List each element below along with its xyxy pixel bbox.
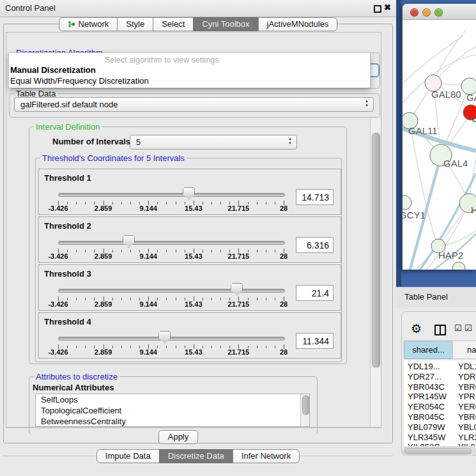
column-header-shared[interactable]: shared... <box>404 341 453 359</box>
slider-tick <box>203 202 203 204</box>
tab-cyni-toolbox[interactable]: Cyni Toolbox <box>193 17 258 31</box>
slider-tick <box>275 250 275 252</box>
slider-tick <box>266 250 266 252</box>
slider-tick <box>176 250 176 252</box>
checkbox-icon[interactable]: ☑ <box>464 323 472 333</box>
slider-track[interactable] <box>58 193 285 197</box>
cell-name: YER0 <box>458 402 476 411</box>
close-icon[interactable]: ✖ <box>384 3 391 12</box>
tab-label: Network <box>79 18 109 31</box>
slider-tick <box>130 202 131 204</box>
top-tab-bar: NetworkStyleSelectCyni ToolboxjActiveMNo… <box>0 17 396 31</box>
tick-label: 9.144 <box>139 204 157 212</box>
main-scrollbar-thumb[interactable] <box>372 133 380 367</box>
attributes-list-scrollbar[interactable] <box>300 394 309 426</box>
zoom-traffic-light-icon[interactable] <box>434 8 443 17</box>
slider-tick <box>76 346 77 348</box>
tab-label: Infer Network <box>242 450 291 463</box>
network-window-titlebar[interactable] <box>403 4 476 20</box>
node-label: GAL80 <box>431 89 461 100</box>
slider-track[interactable] <box>58 337 285 341</box>
slider-tick <box>121 202 122 204</box>
slider-tick <box>176 202 176 204</box>
combo-arrows-icon: ▲▼ <box>365 99 369 108</box>
table-row[interactable]: YER054CYER0 <box>404 402 476 412</box>
apply-button[interactable]: Apply <box>158 430 198 444</box>
slider-tick <box>203 250 203 252</box>
slider-thumb[interactable] <box>123 235 135 248</box>
control-panel-titlebar[interactable] <box>0 0 396 17</box>
tab-label: Style <box>126 18 144 31</box>
table-row[interactable]: YLR345WYLR3 <box>404 433 476 443</box>
network-canvas[interactable]: GAL80GACGAL11GAL4GCY1HHAP2 <box>403 20 476 270</box>
tick-label: -3.426 <box>48 252 68 260</box>
table-row[interactable]: YBL079WYBL0 <box>404 422 476 433</box>
table-data-combobox[interactable]: galFiltered.sif default node ▲▼ <box>14 97 374 112</box>
list-item[interactable]: TopologicalCoefficient <box>36 405 309 416</box>
slider-tick <box>266 346 266 348</box>
checkbox-icon[interactable]: ☑ <box>454 323 462 333</box>
slider-tick <box>130 298 131 300</box>
threshold-label: Threshold 2 <box>44 221 91 231</box>
tick-label: -3.426 <box>48 204 68 212</box>
table-row[interactable]: YBR043CYBR0 <box>404 382 476 392</box>
slider-tick <box>166 298 167 300</box>
table-row[interactable]: YDR27...YDR2 <box>404 372 476 382</box>
network-node[interactable] <box>452 262 465 270</box>
table-row[interactable]: YBR045CYBR0 <box>404 412 476 422</box>
threshold-value-field[interactable]: 14.713 <box>296 189 334 205</box>
tick-label: -3.426 <box>48 300 68 308</box>
table-row[interactable]: YDL19...YDL1 <box>404 362 476 372</box>
cell-name: YBR0 <box>458 382 476 392</box>
network-window[interactable]: GAL80GACGAL11GAL4GCY1HHAP2 <box>403 4 476 270</box>
column-split-icon[interactable] <box>434 325 446 335</box>
close-traffic-light-icon[interactable] <box>410 8 418 17</box>
cell-shared-name: YER054C <box>408 402 445 411</box>
attributes-scrollbar-thumb[interactable] <box>302 395 310 415</box>
gear-icon[interactable]: ⚙ <box>411 321 422 336</box>
tab-style[interactable]: Style <box>117 17 153 31</box>
table-row[interactable]: YIL052CYIL0 <box>404 442 476 446</box>
slider-thumb[interactable] <box>231 283 243 296</box>
slider-tick <box>220 250 221 252</box>
cell-name: YLR3 <box>458 433 476 442</box>
table-row[interactable]: YPR145WYPR1 <box>404 392 476 402</box>
table-scrollbar-thumb[interactable] <box>404 448 472 454</box>
slider-tick <box>176 346 176 348</box>
numerical-attributes-list[interactable]: SelfLoopsTopologicalCoefficientBetweenne… <box>35 394 310 427</box>
slider-tick <box>257 298 257 300</box>
network-node[interactable] <box>403 196 411 210</box>
threshold-value-field[interactable]: 11.344 <box>296 333 334 349</box>
table-horizontal-scrollbar[interactable] <box>403 447 475 456</box>
slider-track[interactable] <box>58 289 285 293</box>
list-item[interactable]: BetweennessCentrality <box>36 416 309 427</box>
table-panel-title: Table Panel <box>404 292 448 302</box>
cell-shared-name: YIL052C <box>408 442 440 446</box>
tick-label: 9.144 <box>139 300 157 308</box>
slider-thumb[interactable] <box>183 187 195 200</box>
tab-infer-network[interactable]: Infer Network <box>233 449 300 463</box>
main-scrollbar[interactable] <box>370 119 381 427</box>
minimize-traffic-light-icon[interactable] <box>422 8 431 17</box>
column-header-name[interactable]: name <box>452 341 476 359</box>
tab-impute-data[interactable]: Impute Data <box>96 449 160 463</box>
tab-discretize-data[interactable]: Discretize Data <box>159 449 233 463</box>
number-of-intervals-spinner[interactable]: 5 ▲▼ <box>130 135 297 150</box>
float-icon[interactable] <box>374 5 381 13</box>
slider-track[interactable] <box>58 241 285 245</box>
list-item[interactable]: SelfLoops <box>36 394 309 405</box>
threshold-value-field[interactable]: 21.4 <box>296 285 334 301</box>
slider-thumb[interactable] <box>158 331 171 344</box>
tab-network[interactable]: Network <box>59 17 118 31</box>
tab-jactivemnodules[interactable]: jActiveMNodules <box>258 17 338 31</box>
group-title-attributes: Attributes to discretize <box>34 372 119 381</box>
cell-name: YIL0 <box>458 442 475 446</box>
tab-select[interactable]: Select <box>153 17 194 31</box>
group-title-thresholds: Threshold's Coordinates for 5 Intervals <box>40 153 187 163</box>
menu-item-manual-discretization[interactable]: Manual Discretization <box>10 65 96 75</box>
tick-label: 28 <box>280 348 288 356</box>
slider-tick <box>257 250 257 252</box>
threshold-value-field[interactable]: 6.316 <box>296 237 334 253</box>
network-graph: GAL80GACGAL11GAL4GCY1HHAP2 <box>403 20 476 270</box>
menu-item-equal-width-frequency[interactable]: Equal Width/Frequency Discretization <box>10 76 149 86</box>
